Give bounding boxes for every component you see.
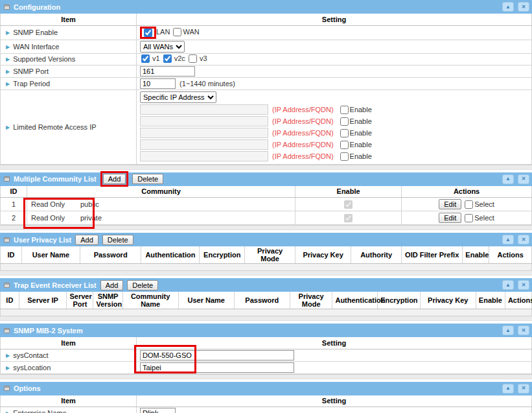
remote-ip-row: (IP Address/FQDN) Enable [140, 116, 528, 127]
window-icon [4, 283, 10, 288]
collapse-icon[interactable]: ▲ [502, 384, 514, 394]
collapse-icon[interactable]: ▲ [502, 280, 514, 290]
remote-ip-input-4[interactable] [140, 139, 268, 150]
remote-ip-enable-checkbox-4[interactable] [340, 141, 349, 149]
collapse-icon[interactable]: ▲ [502, 325, 514, 335]
collapse-icon[interactable]: ▲ [502, 235, 514, 244]
community-select-checkbox[interactable] [465, 214, 473, 222]
v3-checkbox[interactable] [189, 54, 197, 63]
section-footer [0, 270, 532, 276]
v1-checkbox[interactable] [141, 54, 150, 63]
remote-ip-row: (IP Address/FQDN) Enable [140, 128, 528, 139]
table-row: 1 Read Onlypublic Edit Select [1, 198, 532, 211]
annotation-box-add: Add [100, 171, 129, 187]
column-header: Server Port [67, 292, 93, 309]
bullet-icon: ▶ [6, 124, 10, 130]
v2c-checkbox[interactable] [163, 54, 172, 63]
community-edit-button[interactable]: Edit [439, 213, 461, 223]
window-icon [4, 176, 10, 182]
wan-interface-select[interactable]: All WANs [140, 41, 185, 53]
wan-checkbox[interactable] [173, 28, 181, 36]
community-delete-button[interactable]: Delete [132, 174, 163, 184]
column-header: User Name [21, 246, 80, 264]
community-id: 1 [1, 198, 27, 211]
row-syscontact: ▶sysContact [1, 349, 532, 361]
column-header-setting: Setting [137, 337, 532, 349]
window-icon [4, 5, 10, 10]
close-icon[interactable]: ✕ [518, 384, 529, 394]
section-multiple-community-list: Multiple Community List Add Delete ▲ ✕ I… [0, 172, 532, 231]
remote-ip-enable-checkbox-1[interactable] [340, 106, 349, 114]
community-enable-checkbox [344, 214, 353, 222]
close-icon[interactable]: ✕ [518, 325, 529, 335]
window-icon [4, 386, 10, 391]
community-enable-checkbox [344, 200, 353, 209]
column-header-setting: Setting [137, 395, 532, 407]
bullet-icon: ▶ [6, 30, 10, 36]
column-header: ID [1, 292, 19, 309]
bullet-icon: ▶ [6, 69, 10, 75]
remote-ip-input-3[interactable] [140, 128, 268, 138]
row-snmp-enable: ▶SNMP Enable LAN WAN [1, 25, 532, 40]
column-header: Password [80, 246, 141, 264]
column-header: Authentication [141, 246, 200, 264]
collapse-icon[interactable]: ▲ [502, 2, 514, 12]
remote-ip-row: (IP Address/FQDN) Enable [140, 104, 528, 115]
column-header: Password [234, 292, 290, 309]
trap-delete-button[interactable]: Delete [127, 280, 158, 290]
privacy-add-button[interactable]: Add [75, 235, 98, 245]
community-select-checkbox[interactable] [465, 200, 473, 209]
column-header: Encryption [200, 246, 245, 264]
trap-period-input[interactable] [140, 78, 176, 89]
community-name: public [80, 200, 99, 208]
bullet-icon: ▶ [6, 410, 10, 413]
remote-ip-input-1[interactable] [140, 104, 268, 115]
column-header: Actions [489, 246, 532, 264]
window-icon [4, 237, 10, 242]
column-header: Privacy Mode [245, 246, 295, 264]
section-footer [0, 316, 532, 321]
remote-ip-input-2[interactable] [140, 116, 268, 126]
column-header: Enable [463, 246, 489, 264]
column-header: Community [27, 186, 295, 198]
mib2-header: SNMP MIB-2 System ▲ ✕ [0, 324, 532, 337]
lan-checkbox[interactable] [144, 29, 152, 37]
community-access: Read Only [31, 200, 80, 208]
privacy-delete-button[interactable]: Delete [102, 235, 133, 245]
trap-add-button[interactable]: Add [100, 280, 124, 290]
syscontact-input[interactable] [140, 350, 294, 360]
community-add-button[interactable]: Add [103, 174, 126, 184]
collapse-icon[interactable]: ▲ [502, 174, 514, 184]
enterprise-name-input[interactable] [140, 408, 176, 413]
community-edit-button[interactable]: Edit [439, 199, 461, 209]
window-icon [4, 328, 10, 333]
remote-ip-row: (IP Address/FQDN) Enable [140, 139, 528, 150]
column-header: Privacy Key [295, 246, 351, 264]
user-privacy-header: User Privacy List Add Delete ▲ ✕ [0, 233, 532, 246]
remote-ip-enable-checkbox-5[interactable] [340, 152, 349, 161]
bullet-icon: ▶ [6, 365, 10, 371]
ip-hint: (IP Address/FQDN) [272, 117, 334, 125]
column-header: Server IP [19, 292, 67, 309]
column-header: Privacy Key [420, 292, 476, 309]
remote-ip-enable-checkbox-3[interactable] [340, 129, 349, 137]
remote-access-mode-select[interactable]: Specific IP Address [140, 91, 216, 103]
remote-ip-input-5[interactable] [140, 151, 268, 161]
column-header: Privacy Mode [290, 292, 332, 309]
bullet-icon: ▶ [6, 81, 10, 87]
remote-ip-enable-checkbox-2[interactable] [340, 117, 349, 126]
close-icon[interactable]: ✕ [518, 235, 529, 244]
configuration-header: Configuration ▲ ✕ [0, 0, 532, 14]
column-header-setting: Setting [137, 14, 532, 25]
remote-ip-row: (IP Address/FQDN) Enable [140, 151, 528, 162]
syslocation-input[interactable] [140, 362, 294, 373]
row-limited-remote-access: ▶Limited Remote Access IP Specific IP Ad… [1, 89, 532, 164]
close-icon[interactable]: ✕ [518, 174, 529, 184]
close-icon[interactable]: ✕ [518, 280, 529, 290]
snmp-port-input[interactable] [140, 66, 195, 77]
bullet-icon: ▶ [6, 44, 10, 50]
ip-hint: (IP Address/FQDN) [272, 152, 334, 160]
column-header: Enable [476, 292, 505, 309]
table-row: 2 Read Onlyprivate Edit Select [1, 211, 532, 225]
close-icon[interactable]: ✕ [518, 2, 529, 12]
